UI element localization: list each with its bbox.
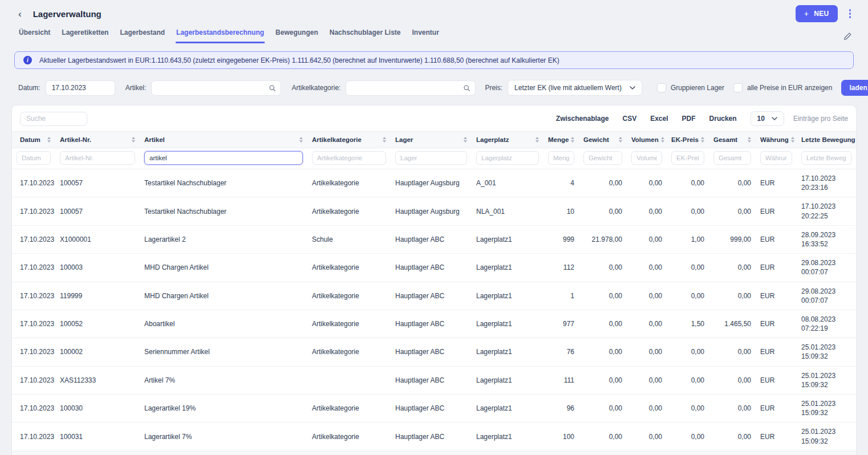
neu-button[interactable]: + NEU xyxy=(796,5,838,22)
filter-bewegung-input[interactable] xyxy=(801,151,851,165)
filter-bar: Datum: Artikel: Artikelkategorie: Preis:… xyxy=(0,69,868,96)
cell-lager: Hauptlager ABC xyxy=(391,395,472,422)
cell-gewicht: 0,00 xyxy=(579,254,627,282)
cell-menge: 100 xyxy=(543,422,579,450)
filter-menge-input[interactable] xyxy=(548,151,574,165)
table-row[interactable]: 17.10.2023119999MHD Chargen ArtikelArtik… xyxy=(12,282,856,310)
cell-lager: Hauptlager ABC xyxy=(391,366,472,394)
eur-anzeigen-checkbox[interactable] xyxy=(733,83,743,92)
filter-datum-input[interactable] xyxy=(17,151,51,165)
footer-label-lager: Lager xyxy=(391,450,472,455)
column-header-gesamt[interactable]: Gesamt xyxy=(709,132,756,148)
back-button[interactable]: ‹ xyxy=(18,9,22,19)
page-size-select[interactable]: 10 xyxy=(751,111,784,126)
column-header-menge[interactable]: Menge xyxy=(543,132,579,148)
filter-lagerplatz-input[interactable] xyxy=(476,151,539,165)
sort-icon xyxy=(47,137,51,143)
sort-icon xyxy=(748,137,751,143)
plus-icon: + xyxy=(804,10,809,18)
filter-waehrung-input[interactable] xyxy=(760,151,792,165)
cell-lagerplatz: Lagerplatz1 xyxy=(472,254,543,282)
cell-volumen: 0,00 xyxy=(627,282,667,310)
column-header-artikel[interactable]: Artikel xyxy=(140,132,307,148)
export-drucken-button[interactable]: Drucken xyxy=(709,115,737,123)
laden-button[interactable]: laden xyxy=(841,80,868,96)
cell-volumen: 0,00 xyxy=(627,338,667,366)
tab-nachschublager-liste[interactable]: Nachschublager Liste xyxy=(329,26,401,43)
table-row[interactable]: 17.10.2023100003MHD Chargen ArtikelArtik… xyxy=(12,254,856,282)
column-label: Gesamt xyxy=(713,136,737,143)
table-row[interactable]: 17.10.2023100030Lagerartikel 19%Artikelk… xyxy=(12,395,856,422)
footer-label-menge: Menge xyxy=(543,450,579,455)
sort-icon xyxy=(536,137,539,143)
edit-pencil-icon[interactable] xyxy=(842,31,853,43)
cell-artikel_nr: 100030 xyxy=(55,395,140,422)
cell-artikel: Artikel 7% xyxy=(140,366,307,394)
cell-datum: 17.10.2023 xyxy=(12,197,55,225)
column-header-datum[interactable]: Datum xyxy=(12,132,55,148)
tab-lagerbestand[interactable]: Lagerbestand xyxy=(119,26,165,43)
filter-lager-input[interactable] xyxy=(395,151,467,165)
column-header-volumen[interactable]: Volumen xyxy=(627,132,667,148)
tab-lageretiketten[interactable]: Lageretiketten xyxy=(61,26,109,43)
kebab-menu-icon[interactable] xyxy=(847,7,854,21)
export-excel-button[interactable]: Excel xyxy=(650,115,668,123)
tab-bewegungen[interactable]: Bewegungen xyxy=(275,26,319,43)
artikel-search-input[interactable] xyxy=(151,80,281,96)
cell-kategorie: Artikelkategorie xyxy=(307,254,391,282)
table-row[interactable]: 17.10.2023100057Testartikel Nachschublag… xyxy=(12,197,856,225)
table-row[interactable]: 17.10.2023100002Seriennummer ArtikelArti… xyxy=(12,338,856,366)
filter-gesamt-input[interactable] xyxy=(713,151,751,165)
cell-artikel_nr: 100057 xyxy=(55,197,140,225)
export-zwischenablage-button[interactable]: Zwischenablage xyxy=(556,115,609,123)
column-label: Gewicht xyxy=(583,136,609,143)
sort-icon xyxy=(299,137,303,143)
column-header-lager[interactable]: Lager xyxy=(391,132,472,148)
cell-artikel: MHD Chargen Artikel xyxy=(140,254,307,282)
cell-gesamt: 0,00 xyxy=(709,366,756,394)
cell-volumen: 0,00 xyxy=(627,225,667,253)
column-header-w-hrung[interactable]: Währung xyxy=(756,132,797,148)
cell-volumen: 0,00 xyxy=(627,395,667,422)
cell-ek_preis: 0,00 xyxy=(667,338,709,366)
filter-gewicht-input[interactable] xyxy=(583,151,622,165)
cell-bewegung: 28.09.202316:33:52 xyxy=(797,225,856,253)
filter-kategorie-input[interactable] xyxy=(312,151,386,165)
gruppieren-lager-checkbox[interactable] xyxy=(657,83,666,92)
column-header-artikel-nr[interactable]: Artikel-Nr. xyxy=(55,132,140,148)
tab-lagerbestandsberechnung[interactable]: Lagerbestandsberechnung xyxy=(176,26,265,43)
table-row[interactable]: 17.10.2023X1000001Lagerartikel 2SchuleHa… xyxy=(12,225,856,253)
tab-bersicht[interactable]: Übersicht xyxy=(18,26,51,43)
export-pdf-button[interactable]: PDF xyxy=(682,115,696,123)
datum-input[interactable] xyxy=(46,80,115,96)
column-header-lagerplatz[interactable]: Lagerplatz xyxy=(472,132,543,148)
cell-waehrung: EUR xyxy=(756,338,797,366)
tab-inventur[interactable]: Inventur xyxy=(412,26,440,43)
info-banner: i Aktueller Lagerbestandswert in EUR:1.1… xyxy=(14,51,854,69)
neu-button-label: NEU xyxy=(814,10,829,18)
cell-kategorie: Artikelkategorie xyxy=(307,422,391,450)
artikelkategorie-search-input[interactable] xyxy=(346,80,476,96)
column-header-artikelkategorie[interactable]: Artikelkategorie xyxy=(307,132,391,148)
preis-select[interactable]: Letzter EK (live mit aktuellem Wert) xyxy=(508,80,642,96)
export-csv-button[interactable]: CSV xyxy=(623,115,637,123)
cell-artikel_nr: X1000001 xyxy=(55,225,140,253)
cell-volumen: 0,00 xyxy=(627,310,667,338)
filter-artikel_nr-input[interactable] xyxy=(60,151,135,165)
column-header-gewicht[interactable]: Gewicht xyxy=(579,132,627,148)
cell-menge: 999 xyxy=(543,225,579,253)
filter-ek_preis-input[interactable] xyxy=(671,151,704,165)
table-search-input[interactable] xyxy=(20,112,87,126)
cell-artikel: Lagerartikel 2 xyxy=(140,225,307,253)
cell-gewicht: 0,00 xyxy=(579,338,627,366)
cell-lager: Hauptlager ABC xyxy=(391,282,472,310)
table-row[interactable]: 17.10.2023XAS112333Artikel 7%Hauptlager … xyxy=(12,366,856,394)
filter-artikel-input[interactable] xyxy=(144,151,303,165)
table-row[interactable]: 17.10.2023100052AboartikelArtikelkategor… xyxy=(12,310,856,338)
cell-lagerplatz: A_001 xyxy=(472,169,543,197)
column-header-ek-preis[interactable]: EK-Preis xyxy=(667,132,709,148)
filter-volumen-input[interactable] xyxy=(631,151,662,165)
table-row[interactable]: 17.10.2023100057Testartikel Nachschublag… xyxy=(12,169,856,197)
column-header-letzte-bewegung[interactable]: Letzte Bewegung xyxy=(797,132,856,148)
table-row[interactable]: 17.10.2023100031Lagerartikel 7%Artikelka… xyxy=(12,422,856,450)
